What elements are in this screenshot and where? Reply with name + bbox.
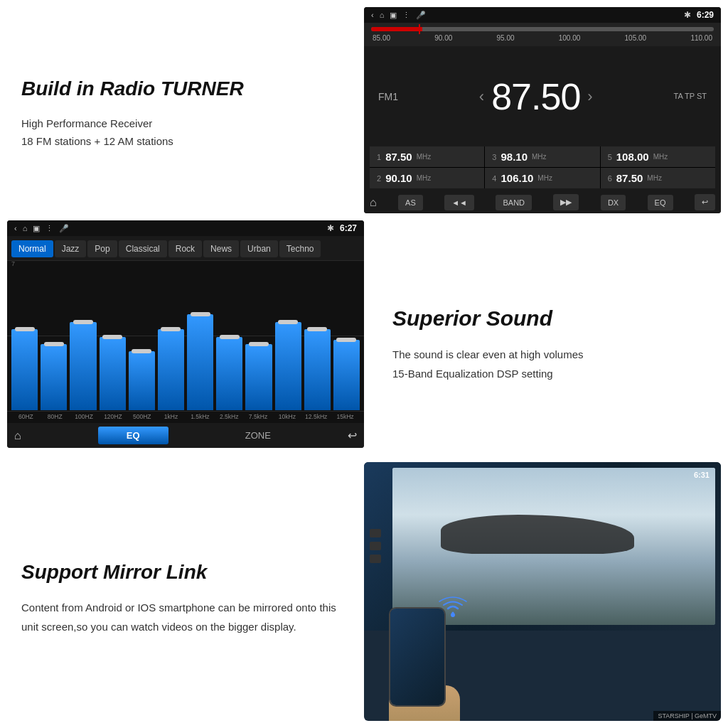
back-nav-icon[interactable]: ‹ xyxy=(371,11,374,19)
home-button[interactable]: ⌂ xyxy=(370,196,377,209)
preset-3[interactable]: 3 98.10 MHz xyxy=(485,146,599,167)
side-btn-3[interactable] xyxy=(370,555,381,563)
mirror-text-section: Support Mirror Link Content from Android… xyxy=(0,455,364,728)
eq-preset-pop[interactable]: Pop xyxy=(87,240,117,257)
eq-handle-9[interactable] xyxy=(278,320,298,324)
eq-button[interactable]: EQ xyxy=(648,195,673,210)
eq-band-8[interactable] xyxy=(245,263,272,410)
sound-title: Superior Sound xyxy=(392,306,707,331)
android-status-bar: ‹ ⌂ ▣ ⋮ 🎤 ✱ 6:29 xyxy=(364,7,721,23)
eq-mic-icon: 🎤 xyxy=(59,224,69,233)
eq-label-6: 1.5kHz xyxy=(186,413,215,420)
eq-band-labels: 60HZ80HZ100HZ120HZ500HZ1kHz1.5kHz2.5kHz7… xyxy=(7,412,364,423)
back-button[interactable]: ↩ xyxy=(695,194,715,210)
preset-1[interactable]: 1 87.50 MHz xyxy=(370,146,484,167)
eq-preset-normal[interactable]: Normal xyxy=(11,240,53,257)
eq-footer-back[interactable]: ↩ xyxy=(348,429,357,442)
eq-preset-rock[interactable]: Rock xyxy=(168,240,202,257)
eq-handle-10[interactable] xyxy=(307,327,327,331)
eq-track-10 xyxy=(304,263,331,410)
eq-fill-7 xyxy=(216,337,242,411)
eq-band-9[interactable] xyxy=(275,263,301,410)
as-button[interactable]: AS xyxy=(398,195,423,210)
preset-freq-2: 90.10 xyxy=(385,172,412,184)
preset-freq-4: 106.10 xyxy=(500,172,533,184)
preset-4[interactable]: 4 106.10 MHz xyxy=(485,168,599,188)
radio-main-display: FM1 ‹ 87.50 › TA TP ST xyxy=(364,46,721,146)
next-button[interactable]: ▶▶ xyxy=(553,194,579,210)
eq-fill-3 xyxy=(100,337,126,411)
freq-label-2: 90.00 xyxy=(434,34,452,42)
eq-band-11[interactable] xyxy=(333,263,360,410)
eq-band-3[interactable] xyxy=(100,263,126,410)
eq-handle-4[interactable] xyxy=(132,349,151,353)
apps-nav-icon[interactable]: ▣ xyxy=(390,11,397,20)
eq-preset-urban[interactable]: Urban xyxy=(240,240,278,257)
eq-handle-7[interactable] xyxy=(220,335,240,339)
eq-handle-1[interactable] xyxy=(44,342,64,346)
eq-fill-4 xyxy=(129,351,155,410)
eq-fill-9 xyxy=(275,322,301,410)
dx-button[interactable]: DX xyxy=(601,195,626,210)
eq-body: 7 0 -7 xyxy=(7,260,364,412)
preset-num-5: 5 xyxy=(608,153,612,161)
preset-freq-3: 98.10 xyxy=(500,151,528,163)
eq-preset-techno[interactable]: Techno xyxy=(279,240,321,257)
eq-track-1 xyxy=(41,263,67,410)
phone-screen xyxy=(390,609,444,705)
eq-track-9 xyxy=(275,263,301,410)
menu-icon[interactable]: ⋮ xyxy=(402,11,410,20)
eq-fill-0 xyxy=(11,329,38,410)
home-nav-icon[interactable]: ⌂ xyxy=(380,11,385,19)
plane-silhouette xyxy=(441,515,634,554)
side-btn-1[interactable] xyxy=(370,529,381,537)
preset-num-1: 1 xyxy=(377,153,381,161)
eq-preset-classical[interactable]: Classical xyxy=(119,240,167,257)
preset-2[interactable]: 2 90.10 MHz xyxy=(370,168,484,188)
eq-band-4[interactable] xyxy=(129,263,155,410)
side-btn-2[interactable] xyxy=(370,542,381,550)
eq-band-6[interactable] xyxy=(187,263,213,410)
eq-home-icon[interactable]: ⌂ xyxy=(23,224,28,232)
radio-desc1: High Performance Receiver xyxy=(21,114,350,133)
eq-handle-6[interactable] xyxy=(191,312,210,316)
eq-handle-2[interactable] xyxy=(73,320,93,324)
frequency-display: ‹ 87.50 › xyxy=(479,75,593,118)
preset-freq-1: 87.50 xyxy=(385,151,412,163)
eq-band-2[interactable] xyxy=(70,263,96,410)
eq-band-10[interactable] xyxy=(304,263,331,410)
eq-band-1[interactable] xyxy=(41,263,67,410)
freq-label-4: 100.00 xyxy=(559,34,581,42)
eq-back-icon[interactable]: ‹ xyxy=(14,224,17,232)
eq-footer-eq-button[interactable]: EQ xyxy=(98,427,168,444)
eq-menu-icon[interactable]: ⋮ xyxy=(46,224,53,233)
freq-arrow-right[interactable]: › xyxy=(587,87,592,106)
eq-track-0 xyxy=(11,263,38,410)
eq-band-5[interactable] xyxy=(158,263,184,410)
eq-preset-jazz[interactable]: Jazz xyxy=(55,240,87,257)
eq-preset-news[interactable]: News xyxy=(203,240,239,257)
band-button[interactable]: BAND xyxy=(496,195,532,210)
band-label: FM1 xyxy=(378,91,398,102)
eq-handle-5[interactable] xyxy=(161,327,181,331)
radio-desc2: 18 FM stations + 12 AM stations xyxy=(21,132,350,151)
preset-5[interactable]: 5 108.00 MHz xyxy=(601,146,715,167)
eq-band-0[interactable] xyxy=(11,263,38,410)
eq-footer-zone-button[interactable]: ZONE xyxy=(245,430,271,441)
preset-num-2: 2 xyxy=(377,174,381,183)
preset-6[interactable]: 6 87.50 MHz xyxy=(601,168,715,188)
eq-band-7[interactable] xyxy=(216,263,242,410)
eq-apps-icon[interactable]: ▣ xyxy=(33,224,40,233)
phone-hand xyxy=(382,579,474,721)
eq-gridline-top xyxy=(7,260,364,261)
eq-footer-home[interactable]: ⌂ xyxy=(14,429,21,442)
eq-time: 6:27 xyxy=(340,223,357,233)
eq-label-2: 100HZ xyxy=(70,413,99,420)
eq-handle-0[interactable] xyxy=(15,327,35,331)
prev-button[interactable]: ◄◄ xyxy=(444,195,474,210)
eq-handle-11[interactable] xyxy=(336,338,356,342)
freq-arrow-left[interactable]: ‹ xyxy=(479,87,484,106)
eq-handle-3[interactable] xyxy=(102,335,122,339)
eq-handle-8[interactable] xyxy=(249,342,269,346)
eq-status-left: ‹ ⌂ ▣ ⋮ 🎤 xyxy=(14,224,69,233)
